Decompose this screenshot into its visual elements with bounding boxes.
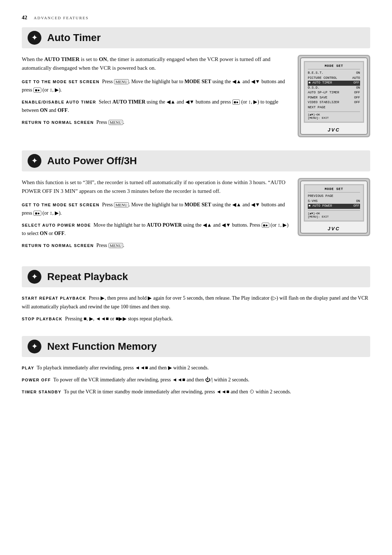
star-icon-auto-power: ✦ bbox=[28, 154, 41, 168]
auto-power-instruction-0: Get to the Mode Set Screen Press MENU. M… bbox=[22, 200, 290, 217]
repeat-instruction-0: Start Repeat Playback Press ▶, then pres… bbox=[22, 294, 370, 311]
screen2-row-prevpage: PREVIOUS PAGE bbox=[308, 194, 360, 199]
auto-timer-label-2: Return to Normal Screen bbox=[22, 120, 94, 125]
auto-timer-instruction-1: Enable/Disable Auto Timer Select AUTO TI… bbox=[22, 98, 290, 114]
auto-power-screen: MODE SET PREVIOUS PAGE S-VHSON ■ AUTO PO… bbox=[298, 178, 370, 236]
auto-power-label-1: Select Auto Power Mode bbox=[22, 223, 91, 227]
screen2-row-autopower: ■ AUTO POWEROFF bbox=[308, 204, 360, 209]
page-number: 42 bbox=[22, 15, 27, 21]
auto-power-instruction-1: Select Auto Power Mode Move the highligh… bbox=[22, 221, 290, 238]
next-label-1: Power Off bbox=[22, 378, 51, 382]
screen1-footer: [▲▼]→OK [MENU]: EXIT bbox=[308, 112, 360, 119]
screen1-row-autolp: AUTO SP→LP TIMEROFF bbox=[308, 90, 360, 96]
next-instruction-0: Play To playback immediately after rewin… bbox=[22, 364, 370, 372]
section-next-function: ✦ Next Function Memory Play To playback … bbox=[22, 336, 370, 396]
auto-power-content: When this function is set to “3H”, the r… bbox=[22, 178, 370, 253]
repeat-label-1: Stop Playback bbox=[22, 317, 62, 321]
next-instruction-1: Power Off To power off the VCR immediate… bbox=[22, 376, 370, 384]
screen1-row-powersave: POWER SAVEOFF bbox=[308, 96, 360, 101]
screen1-row-picture: PICTURE CONTROLAUTO bbox=[308, 76, 360, 81]
screen1-row-nextpage: NEXT PAGE bbox=[308, 105, 360, 110]
auto-power-label-0: Get to the Mode Set Screen bbox=[22, 203, 99, 207]
page-header: 42 Advanced Features bbox=[22, 15, 370, 21]
section-title-auto-timer: Auto Timer bbox=[47, 32, 101, 44]
page-category: Advanced Features bbox=[34, 16, 89, 20]
section-header-auto-power: ✦ Auto Power Off/3H bbox=[22, 150, 370, 171]
auto-timer-screen: MODE SET B.E.S.T.ON PICTURE CONTROLAUTO … bbox=[298, 55, 370, 137]
screen1-row-autotimer: ■ AUTO TIMEROFF bbox=[308, 81, 360, 86]
section-header-next: ✦ Next Function Memory bbox=[22, 336, 370, 357]
auto-power-intro: When this function is set to “3H”, the r… bbox=[22, 178, 290, 195]
screen2-row-svhs: S-VHSON bbox=[308, 199, 360, 204]
auto-power-label-2: Return to Normal Screen bbox=[22, 243, 94, 248]
auto-timer-instruction-0: Get to the Mode Set Screen Press MENU. M… bbox=[22, 77, 290, 94]
auto-timer-instruction-2: Return to Normal Screen Press MENU. bbox=[22, 118, 290, 126]
screen1-row-videostab: VIDEO STABILIZEROFF bbox=[308, 100, 360, 105]
auto-timer-content: When the AUTO TIMER is set to ON, the ti… bbox=[22, 55, 370, 137]
star-icon-next: ✦ bbox=[28, 340, 41, 353]
auto-timer-label-0: Get to the Mode Set Screen bbox=[22, 80, 99, 84]
next-instruction-2: Timer Standby To put the VCR in timer st… bbox=[22, 388, 370, 396]
section-repeat-playback: ✦ Repeat Playback Start Repeat Playback … bbox=[22, 266, 370, 323]
screen1-title: MODE SET bbox=[308, 64, 360, 69]
repeat-label-0: Start Repeat Playback bbox=[22, 296, 86, 300]
screen1-row-osd: O.S.D.ON bbox=[308, 86, 360, 91]
screen2-title: MODE SET bbox=[308, 187, 360, 193]
auto-timer-text: When the AUTO TIMER is set to ON, the ti… bbox=[22, 55, 290, 130]
screen2-footer: [▲▼]→OK [MENU]: EXIT bbox=[308, 210, 360, 218]
screen1-brand: JVC bbox=[301, 126, 367, 134]
section-header-repeat: ✦ Repeat Playback bbox=[22, 266, 370, 287]
section-title-next: Next Function Memory bbox=[47, 341, 157, 352]
auto-power-text: When this function is set to “3H”, the r… bbox=[22, 178, 290, 253]
auto-timer-intro: When the AUTO TIMER is set to ON, the ti… bbox=[22, 55, 290, 72]
star-icon-repeat: ✦ bbox=[28, 270, 41, 284]
section-header-auto-timer: ✦ Auto Timer bbox=[22, 27, 370, 48]
repeat-instruction-1: Stop Playback Pressing ■, ▶, ◄◄■ or ■▶▶ … bbox=[22, 315, 370, 323]
screen2-brand: JVC bbox=[301, 224, 367, 233]
section-title-repeat: Repeat Playback bbox=[47, 271, 128, 283]
section-title-auto-power: Auto Power Off/3H bbox=[47, 155, 137, 167]
star-icon-auto-timer: ✦ bbox=[28, 31, 41, 45]
auto-power-instruction-2: Return to Normal Screen Press MENU. bbox=[22, 241, 290, 250]
screen1-row-best: B.E.S.T.ON bbox=[308, 71, 360, 76]
section-auto-timer: ✦ Auto Timer When the AUTO TIMER is set … bbox=[22, 27, 370, 137]
section-auto-power: ✦ Auto Power Off/3H When this function i… bbox=[22, 150, 370, 253]
next-label-0: Play bbox=[22, 366, 34, 370]
next-label-2: Timer Standby bbox=[22, 390, 61, 394]
auto-timer-label-1: Enable/Disable Auto Timer bbox=[22, 100, 96, 104]
